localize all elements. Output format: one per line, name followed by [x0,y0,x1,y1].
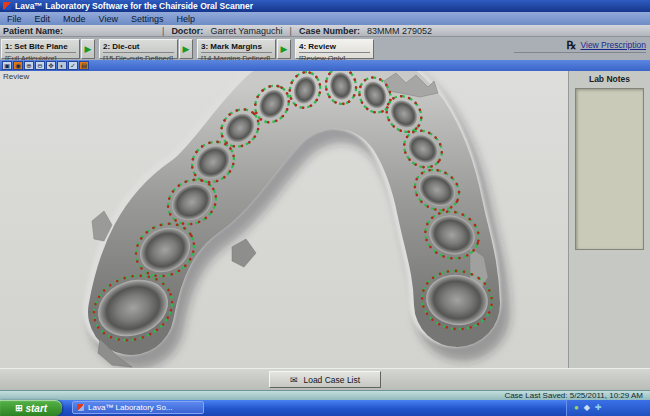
menu-help[interactable]: Help [176,14,195,24]
step-title: 4: Review [299,42,370,53]
lab-notes-title: Lab Notes [569,74,650,84]
step-cell-3: 3: Mark Margins [14 Margins Defined] ▶ [197,39,291,59]
rx-icon: ℞ [567,39,577,52]
lab-notes-textarea[interactable] [575,88,644,250]
tray-network-icon[interactable]: ◆ [584,400,590,416]
prescription-area: ℞ View Prescription [514,40,646,53]
save-view-icon[interactable]: ▤ [79,61,89,70]
status-bar: Case Last Saved: 5/25/2011, 10:29 AM [0,390,650,400]
menu-edit[interactable]: Edit [35,14,51,24]
dental-arch-scan [0,71,568,368]
taskbar: ⊞ start Lava™ Laboratory So... ●◆✚ [0,400,650,416]
scan-artifact [232,239,256,267]
step-title: 2: Die-cut [103,42,174,53]
step-cell-2: 2: Die-cut [15 Die-cuts Defined] ▶ [99,39,193,59]
bottom-action-bar: ✉ Load Case List [0,368,650,390]
menu-mode[interactable]: Mode [63,14,86,24]
start-label: start [25,403,47,414]
step-cell-1: 1: Set Bite Plane [Full Articulator] ▶ [1,39,95,59]
view-toolbar: ▣◉⊕⊖✥◐✓▤ [0,60,650,71]
separator: | [162,26,164,36]
case-last-saved-text: Case Last Saved: 5/25/2011, 10:29 AM [504,391,643,400]
case-list-icon: ✉ [290,375,298,385]
select-icon[interactable]: ▣ [2,61,12,70]
title-bar: Lava™ Laboratory Software for the Chairs… [0,0,650,12]
confirm-icon[interactable]: ✓ [68,61,78,70]
case-info-bar: Patient Name: | Doctor: Garret Yamaguchi… [0,25,650,37]
case-number-label: Case Number: [299,26,360,36]
zoom-in-icon[interactable]: ⊕ [24,61,34,70]
doctor-label: Doctor: [171,26,203,36]
step-forward-arrow-icon[interactable]: ▶ [179,39,193,59]
load-case-list-button[interactable]: ✉ Load Case List [269,371,381,388]
step-review[interactable]: 4: Review [Review Only] [295,39,374,59]
separator: | [290,26,292,36]
step-forward-arrow-icon[interactable]: ▶ [81,39,95,59]
zoom-out-icon[interactable]: ⊖ [35,61,45,70]
menu-file[interactable]: File [7,14,22,24]
step-cell-4: 4: Review [Review Only] [295,39,374,59]
step-title: 3: Mark Margins [201,42,272,53]
scan-viewport-3d[interactable]: Review [0,71,568,368]
view-prescription-link[interactable]: View Prescription [580,40,646,50]
step-mark-margins[interactable]: 3: Mark Margins [14 Margins Defined] [197,39,276,59]
lab-notes-panel: Lab Notes [568,71,650,368]
menu-bar: File Edit Mode View Settings Help [0,12,650,25]
menu-settings[interactable]: Settings [131,14,164,24]
app-task-icon [77,404,84,411]
windows-flag-icon: ⊞ [15,403,23,413]
system-tray: ●◆✚ [566,400,650,416]
load-case-list-label: Load Case List [303,375,360,385]
case-number-value: 83MMM 279052 [367,26,432,36]
window-title: Lava™ Laboratory Software for the Chairs… [15,1,253,11]
pan-icon[interactable]: ✥ [46,61,56,70]
application-window: Lava™ Laboratory Software for the Chairs… [0,0,650,416]
start-button[interactable]: ⊞ start [0,400,62,416]
doctor-value: Garret Yamaguchi [210,26,282,36]
screenshot-icon[interactable]: ◉ [13,61,23,70]
step-die-cut[interactable]: 2: Die-cut [15 Die-cuts Defined] [99,39,178,59]
patient-name-label: Patient Name: [3,26,63,36]
step-forward-arrow-icon[interactable]: ▶ [277,39,291,59]
rotate-view-icon[interactable]: ◐ [57,61,67,70]
taskbar-app-button[interactable]: Lava™ Laboratory So... [72,401,204,414]
tray-shield-icon[interactable]: ● [574,400,579,416]
taskbar-app-label: Lava™ Laboratory So... [88,403,173,412]
view-mode-label: Review [3,72,29,81]
menu-view[interactable]: View [99,14,118,24]
tray-scanner-icon[interactable]: ✚ [595,400,602,416]
step-title: 1: Set Bite Plane [5,42,76,53]
step-set-bite-plane[interactable]: 1: Set Bite Plane [Full Articulator] [1,39,80,59]
app-logo-icon [3,2,11,10]
